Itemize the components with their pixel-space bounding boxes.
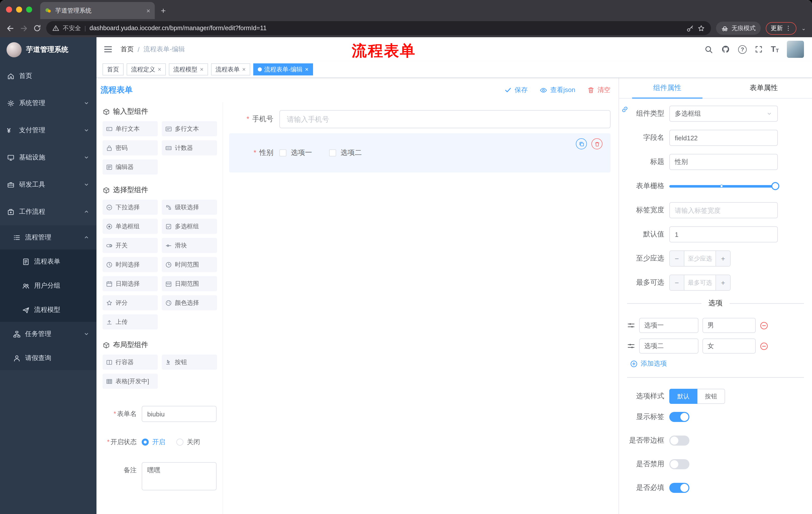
tab-close-icon[interactable]: × — [146, 7, 150, 14]
palette-item-checkbox-group[interactable]: 多选框组 — [162, 219, 217, 234]
new-tab-button[interactable]: + — [161, 6, 166, 15]
label-width-input[interactable] — [669, 202, 778, 218]
phone-input[interactable] — [279, 110, 610, 128]
option-drag-icon[interactable] — [627, 321, 635, 329]
checkbox-option-1[interactable]: 选项一 — [279, 148, 312, 157]
remove-option-button[interactable] — [760, 342, 768, 350]
option-label-input[interactable] — [639, 318, 698, 333]
style-default-button[interactable]: 默认 — [669, 389, 697, 404]
palette-item-radio-group[interactable]: 单选框组 — [103, 219, 158, 234]
sidebar-item-user-group[interactable]: 用户分组 — [0, 274, 96, 298]
radio-enabled[interactable]: 开启 — [142, 437, 165, 447]
disabled-toggle[interactable] — [669, 459, 689, 469]
remove-option-button[interactable] — [760, 321, 768, 330]
palette-item-cascader[interactable]: 级联选择 — [162, 200, 217, 215]
increase-button[interactable]: + — [716, 251, 730, 266]
palette-item-date-picker[interactable]: 日期选择 — [103, 276, 158, 291]
style-button-button[interactable]: 按钮 — [697, 389, 725, 404]
tag-close-icon[interactable]: × — [242, 66, 246, 73]
back-icon[interactable] — [6, 24, 14, 32]
palette-item-table[interactable]: 表格[开发中] — [103, 374, 158, 389]
tag-process-definition[interactable]: 流程定义× — [127, 63, 166, 76]
tag-process-form[interactable]: 流程表单× — [211, 63, 250, 76]
copy-component-button[interactable] — [576, 138, 587, 150]
profile-caret-icon[interactable]: ⌄ — [802, 25, 806, 31]
max-select-input[interactable] — [685, 275, 716, 290]
sidebar-item-dev-tools[interactable]: 研发工具 — [0, 171, 96, 198]
address-bar[interactable]: 不安全 | dashboard.yudao.iocoder.cn/bpm/man… — [46, 21, 711, 35]
sidebar-item-process-management[interactable]: 流程管理 — [0, 225, 96, 249]
title-input[interactable] — [669, 154, 778, 170]
maximize-window-button[interactable] — [26, 6, 32, 12]
increase-button[interactable]: + — [716, 275, 730, 290]
palette-item-time-range[interactable]: 时间范围 — [162, 257, 217, 272]
sidebar-item-process-form[interactable]: 流程表单 — [0, 249, 96, 274]
forward-icon[interactable] — [20, 24, 28, 32]
minimize-window-button[interactable] — [16, 6, 22, 12]
palette-item-button[interactable]: 按钮 — [162, 355, 217, 370]
sidebar-item-leave-query[interactable]: 请假查询 — [0, 346, 96, 370]
form-name-input[interactable] — [142, 406, 216, 422]
search-icon[interactable] — [704, 45, 713, 54]
tab-component-props[interactable]: 组件属性 — [619, 78, 716, 98]
palette-item-time-picker[interactable]: 时间选择 — [103, 257, 158, 272]
password-key-icon[interactable] — [686, 24, 694, 32]
tag-process-model[interactable]: 流程模型× — [169, 63, 208, 76]
avatar[interactable] — [787, 41, 804, 58]
bookmark-star-icon[interactable] — [697, 24, 705, 32]
sidebar-item-system-management[interactable]: 系统管理 — [0, 89, 96, 117]
grid-slider[interactable] — [669, 178, 778, 194]
tag-close-icon[interactable]: × — [158, 66, 161, 73]
tab-form-props[interactable]: 表单属性 — [716, 78, 812, 98]
add-option-button[interactable]: 添加选项 — [630, 359, 804, 368]
update-browser-button[interactable]: 更新 ⋮ — [766, 22, 796, 34]
github-icon[interactable] — [721, 45, 730, 54]
border-toggle[interactable] — [669, 436, 689, 445]
tag-process-form-edit[interactable]: 流程表单-编辑× — [253, 63, 313, 76]
close-window-button[interactable] — [6, 6, 12, 12]
decrease-button[interactable]: − — [670, 275, 685, 290]
canvas-field-gender-selected[interactable]: * 性别 选项一 选项二 — [229, 133, 610, 172]
save-button[interactable]: 保存 — [504, 85, 528, 94]
palette-item-rate[interactable]: 评分 — [103, 295, 158, 310]
palette-item-slider[interactable]: 滑块 — [162, 238, 217, 253]
font-size-icon[interactable]: TT — [771, 45, 779, 53]
sidebar-item-workflow[interactable]: 工作流程 — [0, 198, 96, 225]
component-type-select[interactable]: 多选框组 — [669, 106, 778, 122]
palette-item-select[interactable]: 下拉选择 — [103, 200, 158, 215]
option-value-input[interactable] — [702, 339, 756, 354]
palette-item-editor[interactable]: 编辑器 — [103, 159, 158, 174]
browser-menu-dots-icon[interactable]: ⋮ — [785, 25, 791, 32]
palette-item-upload[interactable]: 上传 — [103, 314, 158, 329]
option-drag-icon[interactable] — [627, 342, 635, 350]
slider-handle[interactable] — [771, 182, 779, 190]
sidebar-collapse-icon[interactable] — [104, 45, 113, 54]
breadcrumb-home[interactable]: 首页 — [121, 45, 134, 54]
help-icon[interactable]: ? — [738, 45, 747, 54]
sidebar-item-infrastructure[interactable]: 基础设施 — [0, 144, 96, 171]
clear-button[interactable]: 清空 — [587, 85, 610, 94]
reload-icon[interactable] — [33, 24, 41, 32]
palette-item-single-line-text[interactable]: 单行文本 — [103, 121, 158, 136]
sidebar-item-payment-management[interactable]: ¥ 支付管理 — [0, 117, 96, 144]
option-value-input[interactable] — [702, 318, 756, 333]
tag-close-icon[interactable]: × — [305, 66, 309, 73]
default-value-input[interactable] — [669, 226, 778, 242]
palette-item-color-picker[interactable]: 颜色选择 — [162, 295, 217, 310]
browser-tab[interactable]: 芋道管理系统 × — [40, 2, 155, 19]
link-icon[interactable] — [621, 106, 629, 113]
sidebar-item-task-management[interactable]: 任务管理 — [0, 322, 96, 346]
palette-item-row-container[interactable]: 行容器 — [103, 355, 158, 370]
sidebar-item-process-model[interactable]: 流程模型 — [0, 298, 96, 322]
show-label-toggle[interactable] — [669, 412, 689, 422]
security-warning-icon[interactable] — [52, 25, 59, 32]
fullscreen-icon[interactable] — [755, 45, 763, 53]
palette-item-counter[interactable]: 计数器 — [162, 140, 217, 155]
field-name-input[interactable] — [669, 130, 778, 146]
required-toggle[interactable] — [669, 483, 689, 493]
tag-home[interactable]: 首页 — [103, 63, 124, 76]
view-json-button[interactable]: 查看json — [540, 85, 575, 94]
palette-item-switch[interactable]: 开关 — [103, 238, 158, 253]
sidebar-item-home[interactable]: 首页 — [0, 62, 96, 89]
palette-item-multi-line-text[interactable]: 多行文本 — [162, 121, 217, 136]
